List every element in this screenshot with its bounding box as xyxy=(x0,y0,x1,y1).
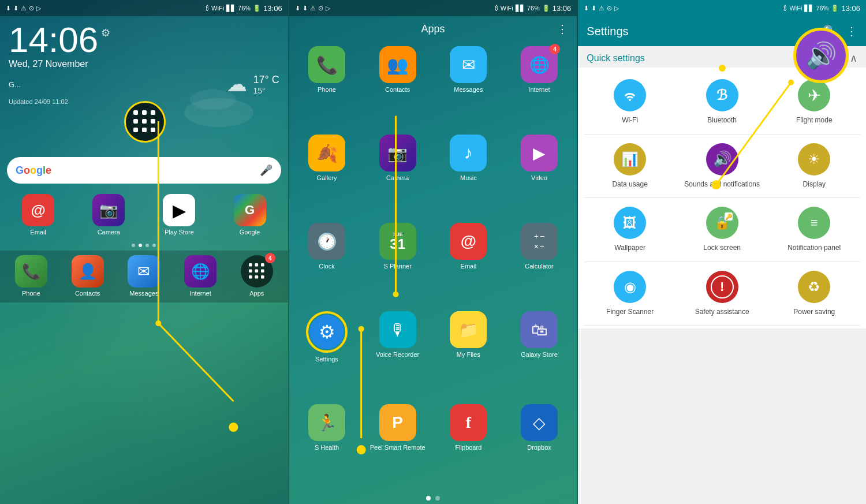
app-splanner-label: S Planner xyxy=(384,263,412,270)
home-app-email-label: Email xyxy=(30,229,46,236)
app-settings[interactable]: ⚙ Settings xyxy=(294,311,360,400)
dot xyxy=(151,128,155,132)
warn3-icon: ⚠ xyxy=(599,5,604,12)
home-top-section: 14:06 ⚙ Wed, 27 November G... ☁ 17° C 15… xyxy=(0,16,288,111)
dock-apps-label: Apps xyxy=(249,290,264,297)
app-flipboard-label: Flipboard xyxy=(455,444,481,451)
app-galaxy-store-label: Galaxy Store xyxy=(521,351,558,359)
apps-screen: ⬇ ⬇ ⚠ ⊙ ▷ ₿ WiFi ▋▋ 76% 🔋 13:06 Apps ⋮ 📞… xyxy=(288,0,578,504)
app-messages[interactable]: ✉ Messages xyxy=(435,46,502,130)
dot xyxy=(133,110,138,115)
settings-gear-icon[interactable]: ⚙ xyxy=(101,27,110,39)
dock-internet[interactable]: 🌐 Internet xyxy=(184,255,216,297)
app-gallery[interactable]: 🍂 Gallery xyxy=(294,135,360,218)
settings-time: 13:06 xyxy=(841,4,860,13)
settings-sounds[interactable]: 🔊 Sounds and notifications xyxy=(676,135,768,199)
settings-title: Settings xyxy=(587,25,817,38)
settings-power-saving[interactable]: ♻ Power saving xyxy=(768,262,860,326)
settings-power-label: Power saving xyxy=(793,308,835,317)
dock-phone[interactable]: 📞 Phone xyxy=(15,255,47,297)
app-music[interactable]: ♪ Music xyxy=(435,135,502,218)
settings-data-usage[interactable]: 📊 Data usage xyxy=(584,135,676,199)
collapse-icon[interactable]: ∧ xyxy=(850,52,857,65)
google-search-bar[interactable]: Google 🎤 xyxy=(7,157,281,184)
app-camera-label: Camera xyxy=(386,174,409,182)
wifi2-status: WiFi xyxy=(501,5,513,12)
settings-wifi-label: Wi-Fi xyxy=(622,116,638,125)
download2-icon: ⬇ xyxy=(13,5,18,12)
app-video[interactable]: ▶ Video xyxy=(506,135,573,218)
page-dot-active xyxy=(139,244,142,247)
app-clock[interactable]: 🕐 Clock xyxy=(294,223,360,307)
settings-safety-assistance[interactable]: ! Safety assistance xyxy=(676,262,768,326)
settings-lock-screen[interactable]: 🔒 🔑 Lock screen xyxy=(676,198,768,262)
app-my-files[interactable]: 📁 My Files xyxy=(435,311,502,400)
dock-contacts-label: Contacts xyxy=(75,290,100,297)
dock-messages[interactable]: ✉ Messages xyxy=(128,255,160,297)
settings-wallpaper[interactable]: 🖼 Wallpaper xyxy=(584,198,676,262)
dock-apps[interactable]: 4 Apps xyxy=(241,255,273,297)
app-camera[interactable]: 📷 Camera xyxy=(364,135,431,218)
temp-high: 17° C xyxy=(253,74,279,86)
settings-lock-label: Lock screen xyxy=(703,244,741,253)
speaker-circle[interactable]: 🔊 xyxy=(793,28,849,83)
settings-wallpaper-label: Wallpaper xyxy=(614,244,645,253)
download-icon: ⬇ xyxy=(6,5,11,12)
app-contacts[interactable]: 👥 Contacts xyxy=(364,46,431,130)
apps-page-dots xyxy=(289,492,577,504)
app-dropbox[interactable]: ◇ Dropbox xyxy=(506,404,573,488)
dl4-icon: ⬇ xyxy=(591,5,596,12)
app-voice-recorder[interactable]: 🎙 Voice Recorder xyxy=(364,311,431,400)
dock-messages-label: Messages xyxy=(129,290,158,297)
mic-icon[interactable]: 🎤 xyxy=(260,164,273,177)
apps-menu-icon[interactable]: ⋮ xyxy=(557,22,568,36)
app-my-files-label: My Files xyxy=(457,351,480,359)
warning-icon: ⚠ xyxy=(21,5,27,12)
app-email[interactable]: @ Email xyxy=(435,223,502,307)
app-phone[interactable]: 📞 Phone xyxy=(294,46,360,130)
wifi3-status: WiFi xyxy=(789,5,802,12)
app-splanner[interactable]: TUE 31 S Planner xyxy=(364,223,431,307)
home-app-playstore[interactable]: ▶ Play Store xyxy=(163,194,195,236)
dock-contacts[interactable]: 👤 Contacts xyxy=(72,255,104,297)
timer3-icon: ⊙ xyxy=(607,5,612,12)
app-dropbox-label: Dropbox xyxy=(527,444,551,451)
batt3-pct: 76% xyxy=(816,5,828,12)
timer2-icon: ⊙ xyxy=(318,5,323,12)
weather-row: G... ☁ 17° C 15° xyxy=(9,72,279,96)
settings-bluetooth-label: Bluetooth xyxy=(707,116,737,125)
bt-status: ₿ xyxy=(495,5,498,12)
dl3-icon: ⬇ xyxy=(584,5,589,12)
settings-wifi[interactable]: Wi-Fi xyxy=(584,70,676,135)
home-dock: 📞 Phone 👤 Contacts ✉ Messages 🌐 Internet xyxy=(0,251,288,303)
settings-notification-panel[interactable]: ≡ Notification panel xyxy=(768,198,860,262)
bt-connection-dot xyxy=(719,65,726,72)
settings-display-label: Display xyxy=(803,180,826,189)
apps-badge: 4 xyxy=(265,253,275,263)
status-time: 13:06 xyxy=(263,4,282,13)
batt3-icon: 🔋 xyxy=(831,5,839,12)
app-s-health[interactable]: 🏃 S Health xyxy=(294,404,360,488)
settings-display[interactable]: ☀ Display xyxy=(768,135,860,199)
apps-dot xyxy=(426,496,431,501)
app-calculator[interactable]: + − × ÷ Calculator xyxy=(506,223,573,307)
cloud-weather-icon: ☁ xyxy=(226,72,247,96)
batt2-pct: 76% xyxy=(527,5,540,12)
settings-finger-scanner[interactable]: ◉ Finger Scanner xyxy=(584,262,676,326)
app-music-label: Music xyxy=(460,174,477,182)
home-app-camera[interactable]: 📷 Camera xyxy=(92,194,125,236)
speaker-icon: 🔊 xyxy=(805,40,837,70)
app-internet[interactable]: 🌐 4 Internet xyxy=(506,46,573,130)
home-app-email[interactable]: @ Email xyxy=(22,194,54,236)
app-drawer-button[interactable] xyxy=(124,101,166,143)
page-dot xyxy=(152,244,156,247)
settings-bluetooth[interactable]: ℬ Bluetooth xyxy=(676,70,768,135)
settings-grid: Wi-Fi ℬ Bluetooth ✈ Flight mode xyxy=(578,68,866,328)
home-date: Wed, 27 November xyxy=(9,59,279,69)
app-flipboard[interactable]: f Flipboard xyxy=(435,404,502,488)
app-peel[interactable]: Ρ Peel Smart Remote xyxy=(364,404,431,488)
app-galaxy-store[interactable]: 🛍 Galaxy Store xyxy=(506,311,573,400)
home-app-google[interactable]: G Google xyxy=(234,194,266,236)
settings-notif-label: Notification panel xyxy=(787,244,841,253)
dock-internet-label: Internet xyxy=(189,290,211,297)
